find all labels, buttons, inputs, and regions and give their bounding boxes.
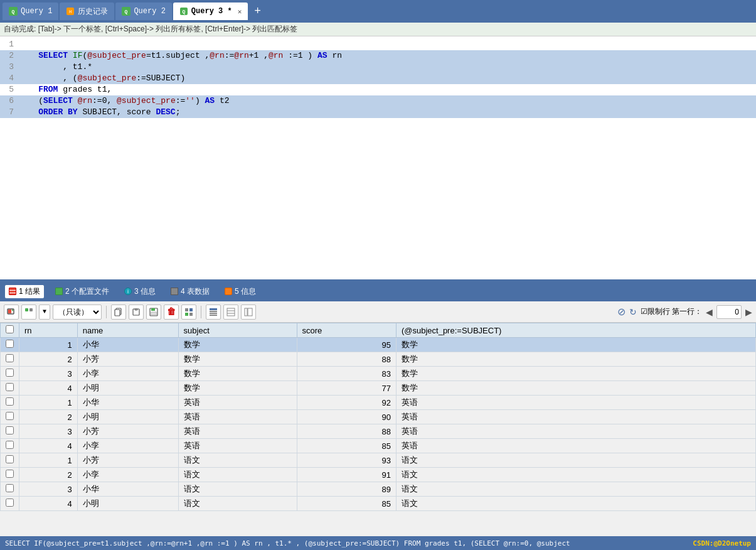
cell-subject: 语文 (178, 453, 297, 468)
toolbar-delete-btn[interactable]: 🗑 (164, 305, 179, 320)
table-row[interactable]: 2小孪语文91语文 (1, 468, 756, 482)
cell-extra: 英语 (396, 439, 755, 453)
col-header-checkbox[interactable] (1, 323, 19, 338)
row-checkbox[interactable] (6, 499, 14, 507)
row-checkbox[interactable] (6, 397, 14, 406)
bottom-tab-bar: 1 结果 2 个配置文件 i 3 信息 4 表数据 5 信息 (0, 281, 756, 301)
col-header-rn[interactable]: rn (19, 323, 78, 338)
bottom-panel: 1 结果 2 个配置文件 i 3 信息 4 表数据 5 信息 (0, 281, 756, 536)
table-row[interactable]: 4小孪英语85英语 (1, 439, 756, 453)
editor-line-4: 4 , (@subject_pre:=SUBJECT) (0, 73, 756, 84)
editor-line-5: 5 FROM grades t1, (0, 84, 756, 95)
cell-score: 88 (297, 424, 396, 439)
limit-value-input[interactable] (716, 305, 742, 319)
col-header-score[interactable]: score (297, 323, 396, 338)
row-checkbox[interactable] (6, 441, 14, 449)
row-checkbox[interactable] (6, 369, 14, 377)
toolbar-layout2-btn[interactable] (223, 305, 238, 320)
line-num-7: 7 (0, 107, 19, 118)
cell-name: 小华 (77, 338, 178, 352)
toolbar-paste-btn[interactable] (129, 305, 144, 320)
bottom-tab-info[interactable]: i 3 信息 (120, 285, 159, 298)
copy-icon (114, 308, 123, 316)
table-row[interactable]: 3小孪数学83数学 (1, 367, 756, 381)
first-row-nav-left[interactable]: ◀ (706, 307, 713, 317)
add-tab-button[interactable]: + (249, 5, 266, 18)
table-row[interactable]: 1小芳语文93语文 (1, 453, 756, 468)
tab-query2[interactable]: Q Query 2 (115, 3, 171, 20)
bottom-tab-tabledata[interactable]: 4 表数据 (167, 285, 213, 298)
toolbar-extra-btn[interactable] (181, 305, 196, 320)
svg-rect-26 (210, 315, 217, 316)
line-num-6: 6 (0, 95, 19, 107)
tab-query3-close[interactable]: ✕ (238, 8, 242, 16)
tab-history[interactable]: H 历史记录 (60, 3, 114, 20)
first-row-nav-right[interactable]: ▶ (745, 307, 752, 317)
tab-bar: Q Query 1 H 历史记录 Q Query 2 Q Qu (0, 0, 756, 23)
svg-rect-17 (151, 308, 155, 311)
row-checkbox[interactable] (6, 455, 14, 463)
tab-query1[interactable]: Q Query 1 (3, 3, 58, 20)
col-header-name[interactable]: name (77, 323, 178, 338)
main-window: Q Query 1 H 历史记录 Q Query 2 Q Qu (0, 0, 756, 550)
row-checkbox[interactable] (6, 412, 14, 420)
row-checkbox[interactable] (6, 470, 14, 478)
toolbar-layout3-btn[interactable] (241, 305, 256, 320)
toolbar-export-btn[interactable] (4, 305, 19, 320)
cell-rn: 4 (19, 439, 78, 453)
cell-extra: 数学 (396, 367, 755, 381)
cell-name: 小华 (77, 482, 178, 497)
svg-text:Q: Q (12, 9, 15, 14)
table-row[interactable]: 4小明语文85语文 (1, 497, 756, 511)
row-checkbox[interactable] (6, 383, 14, 391)
result-icon (9, 288, 16, 295)
cell-score: 77 (297, 381, 396, 396)
table-row[interactable]: 3小芳英语88英语 (1, 424, 756, 439)
toolbar-dropdown[interactable]: ▼ (39, 305, 50, 320)
tabledata-icon (171, 288, 178, 295)
svg-text:Q: Q (125, 9, 128, 14)
config-icon (55, 288, 63, 295)
cell-score: 89 (297, 482, 396, 497)
toolbar-copy-btn[interactable] (111, 305, 126, 320)
col-header-extra[interactable]: (@subject_pre:=SUBJECT) (396, 323, 755, 338)
line-num-3: 3 (0, 62, 19, 73)
select-all-checkbox[interactable] (6, 325, 14, 333)
cell-subject: 英语 (178, 424, 297, 439)
table-row[interactable]: 1小华英语92英语 (1, 396, 756, 410)
readonly-select[interactable]: （只读） (53, 305, 102, 320)
row-checkbox[interactable] (6, 340, 14, 348)
table-row[interactable]: 2小芳数学88数学 (1, 352, 756, 367)
query1-icon: Q (9, 7, 18, 16)
table-row[interactable]: 1小华数学95数学 (1, 338, 756, 352)
tab-history-label: 历史记录 (78, 6, 108, 17)
cell-rn: 1 (19, 396, 78, 410)
cell-extra: 数学 (396, 352, 755, 367)
line-content-3: , t1.* (19, 62, 756, 73)
save-icon (149, 308, 158, 316)
cell-score: 85 (297, 497, 396, 511)
editor-area[interactable]: 1 2 SELECT IF(@subject_pre=t1.subject ,@… (0, 36, 756, 281)
table-row[interactable]: 4小明数学77数学 (1, 381, 756, 396)
toolbar-save-btn[interactable] (146, 305, 161, 320)
row-checkbox[interactable] (6, 426, 14, 434)
toolbar-layout1-btn[interactable] (206, 305, 221, 320)
cell-rn: 1 (19, 453, 78, 468)
bottom-tab-warning[interactable]: 5 信息 (221, 285, 260, 298)
col-header-subject[interactable]: subject (178, 323, 297, 338)
refresh-icon[interactable]: ↻ (629, 307, 637, 317)
query3-icon: Q (179, 7, 188, 16)
row-view-icon (226, 308, 235, 316)
row-checkbox[interactable] (6, 484, 14, 492)
tab-query3[interactable]: Q Query 3 * ✕ (173, 3, 248, 20)
toolbar-btn2[interactable] (21, 305, 36, 320)
row-checkbox[interactable] (6, 354, 14, 362)
results-scroll-area[interactable]: rn name subject score (@subject_pre:=SUB… (0, 323, 756, 536)
cell-rn: 3 (19, 482, 78, 497)
svg-rect-10 (12, 310, 13, 311)
table-row[interactable]: 3小华语文89语文 (1, 482, 756, 497)
cell-subject: 数学 (178, 367, 297, 381)
bottom-tab-config[interactable]: 2 个配置文件 (51, 285, 113, 298)
bottom-tab-result[interactable]: 1 结果 (5, 285, 44, 298)
table-row[interactable]: 2小明英语90英语 (1, 410, 756, 424)
